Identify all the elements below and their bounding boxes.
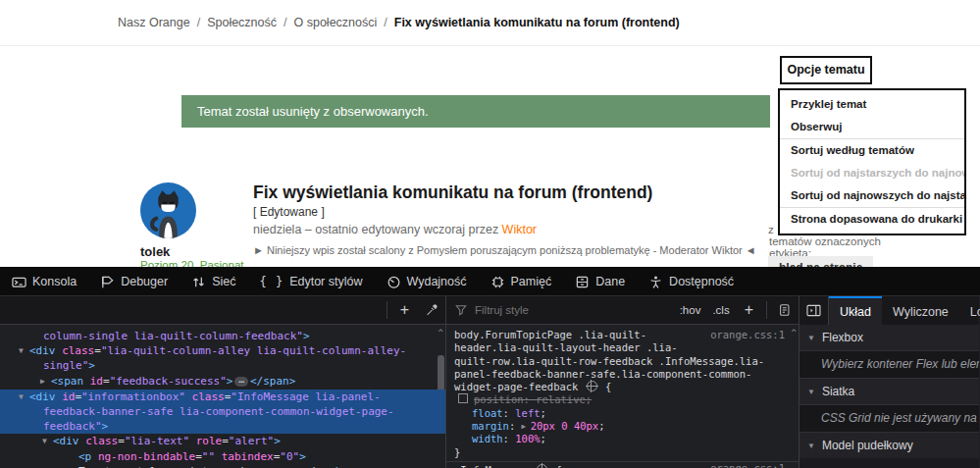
print-simulation-icon[interactable] — [771, 303, 799, 317]
section-hint: CSS Grid nie jest używany na t — [799, 404, 979, 433]
breadcrumb-link[interactable]: Społeczność — [207, 16, 277, 29]
devtools-tab-label: Dostępność — [669, 275, 734, 288]
expand-arrow-icon[interactable]: ▼ — [42, 434, 53, 448]
expand-arrow-icon[interactable]: ▼ — [19, 390, 29, 404]
section-header-siatka[interactable]: ▼Siatka — [799, 379, 979, 404]
code-line[interactable]: <p ng-non-bindable="" tabindex="0"> — [0, 449, 445, 464]
rules-toolbar: :hov .cls + — [446, 296, 799, 325]
highlight-target-icon[interactable] — [537, 464, 547, 468]
sidebar-tab-wyliczone[interactable]: Wyliczone — [882, 296, 959, 325]
devtools-tab-dane[interactable]: Dane — [563, 268, 637, 295]
code-line[interactable]: body.ForumTopicPage .lia-quilt-orange.cs… — [446, 329, 799, 341]
pseudo-class-toggle[interactable]: :hov — [674, 304, 707, 316]
devtools-tab-label: Wydajność — [407, 275, 467, 288]
storage-icon — [575, 275, 590, 289]
code-line[interactable]: ▼<div class="lia-quilt-column-alley lia-… — [0, 343, 445, 358]
code-line[interactable]: widget-page-feedback { — [446, 381, 799, 393]
devtools-tab-konsola[interactable]: Konsola — [0, 268, 88, 295]
code-line[interactable]: .InfoMessage {orange.css:1 — [446, 461, 799, 468]
css-rules[interactable]: body.ForumTopicPage .lia-quilt-orange.cs… — [446, 325, 799, 468]
sidebar-tab-układ[interactable]: Układ — [829, 296, 882, 325]
filter-icon — [455, 304, 467, 316]
stylesheet-link[interactable]: orange.css:1 — [710, 329, 785, 341]
highlight-target-icon[interactable] — [587, 381, 597, 391]
code-line[interactable]: } — [446, 446, 799, 459]
code-line[interactable]: header.lia-quilt-layout-header .lia- — [446, 341, 799, 354]
breadcrumb-link[interactable]: O społeczności — [294, 16, 378, 29]
toolbar-separator — [766, 301, 767, 319]
add-rule-icon[interactable]: + — [736, 301, 762, 319]
class-toggle[interactable]: .cls — [706, 304, 735, 316]
selected-code-line[interactable]: ▼<div id="informationbox" class="InfoMes… — [0, 390, 445, 404]
layout-sidebar-panel: UkładWyliczoneLo ▼FlexboxWybierz kontene… — [799, 296, 979, 468]
property-checkbox[interactable] — [458, 393, 468, 403]
menu-item[interactable]: Przyklej temat — [780, 93, 964, 116]
code-line[interactable]: ▶<span id="feedback-success">⋯</span> — [0, 374, 445, 390]
stylesheet-link[interactable]: orange.css:1 — [710, 462, 785, 468]
avatar[interactable] — [140, 182, 196, 238]
expand-arrow-icon[interactable]: ▶ — [40, 374, 51, 389]
html-tree[interactable]: column-single lia-quilt-column-feedback"… — [0, 325, 445, 468]
menu-item[interactable]: Sortuj według tematów — [780, 138, 964, 162]
section-header-model-pudełkowy[interactable]: ▼Model pudełkowy — [799, 433, 979, 458]
code-line[interactable]: float: left; — [446, 407, 799, 420]
devtools-tab-edytorstylów[interactable]: { }Edytor stylów — [247, 268, 374, 295]
success-banner-text: Temat został usunięty z obserwowanych. — [197, 104, 429, 119]
braces-icon: { } — [259, 275, 284, 288]
devtools-tab-sieć[interactable]: Sieć — [180, 268, 247, 295]
eyedropper-icon[interactable] — [418, 303, 445, 317]
merge-note: ► Niniejszy wpis został scalony z Pomysł… — [253, 244, 756, 256]
console-icon — [12, 275, 26, 289]
devtools-tab-label: Sieć — [212, 275, 235, 288]
code-line[interactable]: quilt-row.lia-quilt-row-feedback .InfoMe… — [446, 355, 799, 368]
menu-item[interactable]: Strona dopasowana do drukarki — [780, 207, 964, 231]
devtools-tab-label: Debuger — [121, 275, 168, 288]
code-line[interactable]: panel-feedback-banner-safe.lia-component… — [446, 368, 799, 381]
section-title: Model pudełkowy — [822, 439, 913, 452]
accessibility-icon — [648, 275, 663, 289]
code-line[interactable]: Temat został usunięty z obserwowanych.</… — [0, 464, 445, 468]
section-hint: Wybierz kontener Flex lub elem — [799, 350, 979, 379]
devtools-tab-dostępność[interactable]: Dostępność — [637, 268, 746, 295]
scrollbar-up-arrow[interactable]: ^ — [792, 328, 797, 338]
add-node-icon[interactable]: + — [391, 301, 418, 319]
section-title: Flexbox — [822, 331, 863, 344]
edited-badge: [ Edytowane ] — [253, 205, 325, 219]
code-line[interactable]: single"> — [0, 358, 445, 373]
author-name[interactable]: tolek — [140, 244, 170, 259]
rules-panel: :hov .cls + ^ body.ForumTopicPage .lia-q… — [446, 296, 799, 468]
code-line[interactable]: margin: ▶ 20px 0 40px; — [446, 420, 799, 433]
chevron-down-icon: ▼ — [807, 334, 815, 342]
devtools-tab-pamięć[interactable]: Pamięć — [479, 268, 564, 295]
menu-item: Sortuj od najstarszych do najnowszych — [780, 162, 964, 184]
code-line[interactable]: ▼<div class="lia-text" role="alert"> — [0, 434, 445, 448]
topic-options-button[interactable]: Opcje tematu — [780, 56, 872, 84]
cat-avatar-image — [140, 182, 196, 238]
devtools-tab-debuger[interactable]: Debuger — [88, 268, 180, 295]
screen: Nasz Orange/Społeczność/O społeczności/F… — [0, 0, 980, 468]
breadcrumb-link[interactable]: Nasz Orange — [118, 16, 190, 29]
toolbar-separator — [387, 301, 387, 319]
selected-code-line[interactable]: feedback"> — [0, 419, 445, 434]
breadcrumb-separator: / — [384, 16, 387, 29]
code-line[interactable]: width: 100%; — [446, 433, 799, 445]
code-line[interactable]: position: relative; — [446, 393, 799, 406]
expand-arrow-icon[interactable]: ▼ — [19, 343, 29, 358]
menu-item[interactable]: Sortuj od najnowszych do najstarszych — [780, 184, 964, 207]
editor-link[interactable]: Wiktor — [502, 223, 537, 236]
devtools-tab-wydajność[interactable]: Wydajność — [375, 268, 479, 295]
scrollbar-up-arrow[interactable]: ^ — [438, 328, 443, 338]
debugger-icon — [100, 275, 115, 289]
collapse-sidebar-icon[interactable] — [799, 296, 829, 325]
breadcrumb-separator: / — [197, 16, 200, 29]
code-line[interactable]: column-single lia-quilt-column-feedback"… — [0, 329, 445, 343]
markup-toolbar: + — [0, 296, 445, 325]
selected-code-line[interactable]: feedback-banner-safe lia-component-commo… — [0, 404, 445, 419]
filter-styles-input[interactable] — [473, 303, 624, 317]
section-header-flexbox[interactable]: ▼Flexbox — [799, 325, 979, 350]
memory-icon — [490, 275, 505, 289]
post-title: Fix wyświetlania komunikatu na forum (fr… — [253, 182, 714, 203]
sidebar-tab-lo[interactable]: Lo — [959, 296, 980, 325]
breadcrumb-current: Fix wyświetlania komunikatu na forum (fr… — [394, 16, 680, 29]
menu-item[interactable]: Obserwuj — [780, 116, 964, 138]
